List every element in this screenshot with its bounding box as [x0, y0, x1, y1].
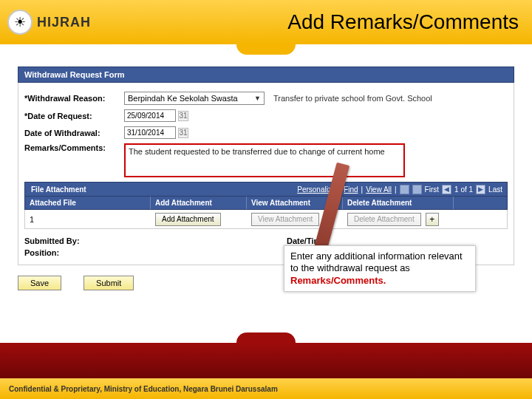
first-label: First [425, 185, 439, 194]
header-notch [236, 44, 296, 55]
reason-description: Transfer to private school from Govt. Sc… [273, 94, 432, 103]
viewall-link[interactable]: View All [366, 185, 392, 194]
callout-text: Enter any additional information relevan… [290, 250, 463, 273]
find-link[interactable]: Find [344, 185, 358, 194]
callout-highlight: Remarks/Comments. [290, 275, 386, 286]
col-attached-file: Attached File [25, 197, 151, 209]
request-date-input[interactable]: 25/09/2014 [124, 109, 176, 122]
row-counter: 1 of 1 [454, 185, 473, 194]
next-icon[interactable]: ▶ [476, 185, 485, 194]
callout-box: Enter any additional information relevan… [284, 245, 476, 292]
calendar-icon[interactable]: 31 [178, 128, 188, 138]
add-row-button[interactable]: + [426, 213, 439, 226]
grid-columns: Attached File Add Attachment View Attach… [24, 197, 508, 210]
col-delete: Delete Attachment [343, 197, 454, 209]
reason-value: Berpindah Ke Sekolah Swasta [128, 94, 238, 103]
last-label: Last [488, 185, 502, 194]
app-header: ☀ HIJRAH Add Remarks/Comments [0, 0, 532, 44]
grid-icon[interactable] [412, 185, 422, 194]
grid-header: File Attachment Personalize| Find| View … [24, 182, 508, 197]
remarks-label: Remarks/Comments: [24, 143, 124, 152]
footer-red [0, 343, 532, 378]
submitted-by-label: Submitted By: [24, 236, 124, 245]
page-title: Add Remarks/Comments [287, 10, 519, 34]
footer-text: Confidential & Proprietary, Ministry of … [9, 385, 278, 393]
logo-text: HIJRAH [37, 15, 91, 30]
footer-bar: Confidential & Proprietary, Ministry of … [0, 378, 532, 399]
calendar-icon[interactable]: 31 [178, 111, 188, 121]
section-header: Withdrawal Request Form [18, 66, 514, 83]
table-row: 1 Add Attachment View Attachment Delete … [24, 210, 508, 229]
withdraw-date-label: Date of Withdrawal: [24, 129, 124, 137]
chevron-down-icon: ▼ [254, 95, 261, 102]
col-add: Add Attachment [151, 197, 247, 209]
logo: ☀ HIJRAH [7, 10, 91, 35]
prev-icon[interactable]: ◀ [442, 185, 451, 194]
withdraw-date-input[interactable]: 31/10/2014 [124, 126, 176, 139]
logo-icon: ☀ [7, 10, 33, 35]
form-area: *Withdrawal Reason: Berpindah Ke Sekolah… [18, 83, 514, 265]
request-date-label: *Date of Request: [24, 112, 124, 120]
save-button[interactable]: Save [18, 276, 61, 290]
grid-title: File Attachment [25, 185, 92, 194]
remarks-textarea[interactable] [124, 143, 405, 177]
zoom-icon[interactable] [400, 185, 409, 194]
view-attachment-button[interactable]: View Attachment [251, 213, 319, 226]
add-attachment-button[interactable]: Add Attachment [155, 213, 221, 226]
submit-button[interactable]: Submit [83, 276, 134, 290]
position-label: Position: [24, 248, 124, 257]
reason-select[interactable]: Berpindah Ke Sekolah Swasta ▼ [124, 92, 265, 105]
row-num: 1 [25, 215, 151, 224]
delete-attachment-button[interactable]: Delete Attachment [347, 213, 421, 226]
reason-label: *Withdrawal Reason: [24, 94, 124, 103]
